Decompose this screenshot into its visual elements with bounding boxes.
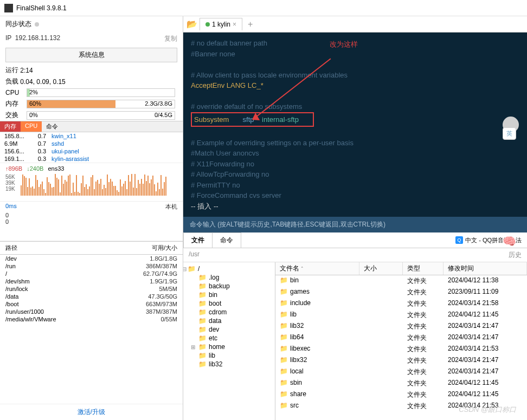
folder-icon: 📁 <box>280 345 288 352</box>
lang-badge[interactable]: 英 <box>503 127 516 140</box>
tree-item[interactable]: 📁lib32 <box>183 360 275 369</box>
sync-dot-icon <box>35 22 39 27</box>
file-row[interactable]: 📁lib32文件夹2024/03/14 21:47 <box>275 321 527 332</box>
file-row[interactable]: 📁local文件夹2024/03/14 21:47 <box>275 366 527 378</box>
folder-icon: 📁 <box>280 402 288 409</box>
folder-icon: 📁 <box>280 288 288 295</box>
tree-root[interactable]: ⊟ 📁 / <box>183 264 275 273</box>
folder-icon: 📁 <box>198 317 207 325</box>
history-button[interactable]: 历史 <box>509 250 522 260</box>
app-icon <box>4 4 13 12</box>
app-title: FinalShell 3.9.8.1 <box>16 4 67 12</box>
process-header: 内存 CPU 命令 <box>0 121 183 132</box>
folder-icon: 📁 <box>280 367 288 375</box>
tab-files[interactable]: 文件 <box>183 232 213 248</box>
file-list[interactable]: 文件名 ˄ 大小 类型 修改时间 📁bin文件夹2024/04/12 11:38… <box>275 262 527 420</box>
collapse-icon[interactable]: ⊟ <box>183 266 187 272</box>
file-row[interactable]: 📁libexec文件夹2024/03/14 21:53 <box>275 344 527 355</box>
disk-row[interactable]: /dev/shm1.9G/1.9G <box>0 277 183 285</box>
folder-icon: 📁 <box>280 311 288 318</box>
file-list-header[interactable]: 文件名 ˄ 大小 类型 修改时间 <box>275 262 527 275</box>
file-row[interactable]: 📁sbin文件夹2024/04/12 11:45 <box>275 378 527 389</box>
disk-row[interactable]: /media/wlr/VMware0/55M <box>0 315 183 323</box>
file-row[interactable]: 📁games文件夹2023/09/11 11:09 <box>275 287 527 298</box>
folder-icon: 📁 <box>280 322 288 329</box>
ip-label: IP 192.168.11.132 <box>5 34 60 43</box>
info-panel: 同步状态 IP 192.168.11.132 复制 系统信息 运行 2:14 负… <box>0 16 183 420</box>
folder-icon: 📁 <box>198 300 207 307</box>
disk-row[interactable]: /data47.3G/50G <box>0 293 183 300</box>
session-tab-bar: 📂 1 kylin × + <box>183 16 527 33</box>
file-row[interactable]: 📁lib64文件夹2024/03/14 21:47 <box>275 332 527 344</box>
new-tab-button[interactable]: + <box>245 20 256 29</box>
cpu-row: CPU 2% <box>0 87 183 98</box>
tree-item[interactable]: 📁data <box>183 316 275 325</box>
tab-commands[interactable]: 命令 <box>212 232 241 248</box>
tree-item[interactable]: 📁.log <box>183 273 275 282</box>
folder-icon: 📁 <box>198 326 207 333</box>
folder-icon: 📁 <box>198 291 207 299</box>
tree-item[interactable]: 📁cdrom <box>183 308 275 316</box>
process-row[interactable]: 156.6...0.3ukui-panel <box>0 147 183 155</box>
disk-row[interactable]: /run/lock5M/5M <box>0 285 183 293</box>
folder-icon: 📁 <box>280 333 288 341</box>
tree-item[interactable]: 📁backup <box>183 282 275 290</box>
folder-icon: 📁 <box>280 356 288 364</box>
network-stats: ↑896B ↓240B ens33 <box>0 163 183 174</box>
disk-row[interactable]: /dev1.8G/1.8G <box>0 255 183 262</box>
folder-icon: 📁 <box>198 334 207 342</box>
folder-icon: 📁 <box>280 379 288 386</box>
swap-row: 交换 0%0/4.5G <box>0 109 183 121</box>
disk-row[interactable]: /boot663M/973M <box>0 300 183 308</box>
process-list: 185.8...0.7kwin_x116.9M0.7sshd156.6...0.… <box>0 132 183 163</box>
process-row[interactable]: 169.1...0.3kylin-asrassist <box>0 155 183 163</box>
disk-row[interactable]: /run386M/387M <box>0 262 183 270</box>
command-input[interactable]: 命令输入 (按ALT键提示历史,TAB键路径,ESC键返回,双击CTRL切换) <box>183 217 527 232</box>
network-chart: 56K39K19K <box>0 174 183 201</box>
bottom-tabs: 文件 命令 Q 中文 - QQ拼音输入法 <box>183 232 527 248</box>
disk-row[interactable]: /run/user/1000387M/387M <box>0 308 183 315</box>
process-row[interactable]: 185.8...0.7kwin_x11 <box>0 132 183 140</box>
file-row[interactable]: 📁lib文件夹2024/04/12 11:45 <box>275 309 527 321</box>
system-info-button[interactable]: 系统信息 <box>5 48 177 62</box>
folder-icon: 📁 <box>198 343 207 351</box>
annotation-text: 改为这样 <box>330 39 358 50</box>
watermark: CSDN @眼口称口 <box>459 405 516 415</box>
folder-icon: 📁 <box>198 308 207 316</box>
tree-item[interactable]: 📁dev <box>183 325 275 334</box>
tree-item[interactable]: 📁bin <box>183 290 275 299</box>
disk-row[interactable]: /62.7G/74.9G <box>0 270 183 277</box>
ime-icon: Q <box>455 236 463 244</box>
sync-status: 同步状态 <box>0 16 183 32</box>
activate-link[interactable]: 激活/升级 <box>0 404 183 420</box>
tree-item[interactable]: ⊞📁home <box>183 343 275 351</box>
open-folder-icon[interactable]: 📂 <box>187 19 197 29</box>
file-row[interactable]: 📁bin文件夹2024/04/12 11:38 <box>275 275 527 287</box>
copy-button[interactable]: 复制 <box>164 34 177 43</box>
sort-asc-icon[interactable]: ˄ <box>301 266 304 272</box>
brain-icon[interactable]: 🧠 <box>503 233 516 249</box>
file-row[interactable]: 📁share文件夹2024/04/12 11:45 <box>275 389 527 400</box>
folder-icon: 📁 <box>188 265 196 273</box>
terminal[interactable]: 改为这样 英 🧠 # no default banner path#Banner… <box>183 33 527 217</box>
tree-item[interactable]: 📁boot <box>183 299 275 308</box>
tree-item[interactable]: 📁etc <box>183 334 275 343</box>
file-row[interactable]: 📁include文件夹2024/03/14 21:58 <box>275 298 527 309</box>
folder-icon: 📁 <box>280 390 288 398</box>
tree-item[interactable]: 📁lib <box>183 351 275 360</box>
path-bar[interactable]: /usr 历史 <box>183 248 527 262</box>
expand-icon[interactable]: ⊞ <box>191 344 195 350</box>
file-row[interactable]: 📁libx32文件夹2024/03/14 21:47 <box>275 355 527 366</box>
folder-tree[interactable]: ⊟ 📁 / 📁.log📁backup📁bin📁boot📁cdrom📁data📁d… <box>183 262 275 420</box>
folder-icon: 📁 <box>198 274 207 281</box>
disk-list: /dev1.8G/1.8G/run386M/387M/62.7G/74.9G/d… <box>0 255 183 323</box>
folder-icon: 📁 <box>198 282 207 290</box>
window-titlebar: FinalShell 3.9.8.1 <box>0 0 527 16</box>
latency-row: 0ms本机 <box>0 201 183 212</box>
session-tab[interactable]: 1 kylin × <box>200 18 242 30</box>
folder-icon: 📁 <box>198 360 207 368</box>
folder-icon: 📁 <box>280 299 288 307</box>
close-icon[interactable]: × <box>233 21 236 28</box>
status-dot-icon <box>205 22 210 27</box>
process-row[interactable]: 6.9M0.7sshd <box>0 140 183 147</box>
